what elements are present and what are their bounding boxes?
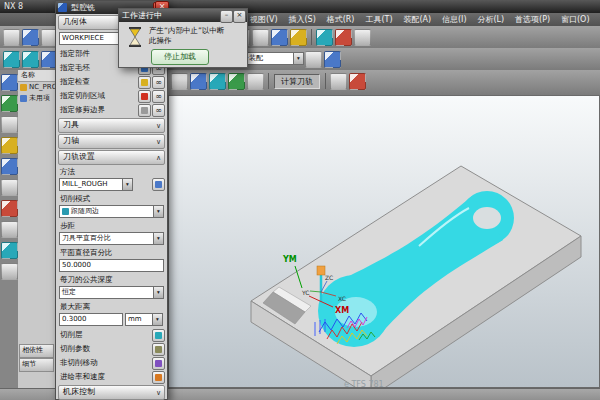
details-pane-header[interactable]: 细节 bbox=[19, 358, 54, 372]
toolbar-icon[interactable] bbox=[190, 73, 207, 90]
max-distance-row: 0.3000mm▾ bbox=[56, 312, 167, 328]
dropdown-arrow-icon[interactable]: ▾ bbox=[153, 233, 163, 244]
resource-bar-icon[interactable] bbox=[1, 263, 18, 280]
common-depth-select[interactable]: 恒定▾ bbox=[59, 286, 164, 299]
toolbar-icon[interactable] bbox=[271, 29, 288, 46]
stop-loading-button[interactable]: 停止加载 bbox=[151, 49, 209, 65]
menu-item-format[interactable]: 格式(R) bbox=[323, 13, 359, 26]
yc-axis-label: YC bbox=[301, 289, 310, 296]
navigator-column-header: 名称 bbox=[18, 70, 55, 82]
navigator-row[interactable]: 未用项 bbox=[18, 93, 55, 104]
display-check-button[interactable]: ∞ bbox=[152, 76, 165, 89]
section-machine-control[interactable]: 机床控制∨ bbox=[58, 385, 165, 400]
cut-levels-row: 切削层 bbox=[56, 328, 167, 342]
toolbar-icon[interactable] bbox=[330, 73, 347, 90]
resource-bar-icon[interactable] bbox=[1, 116, 18, 133]
toolbar-icon[interactable] bbox=[209, 73, 226, 90]
resource-bar-icon[interactable] bbox=[1, 95, 18, 112]
cutting-parameters-button[interactable] bbox=[152, 343, 165, 356]
resource-bar bbox=[0, 70, 19, 388]
toolbar-icon[interactable] bbox=[252, 29, 269, 46]
toolbar-icon[interactable] bbox=[171, 73, 188, 90]
cut-pattern-select[interactable]: 跟随周边▾ bbox=[59, 205, 164, 218]
toolbar-icon[interactable] bbox=[22, 29, 39, 46]
toolbar-icon[interactable] bbox=[316, 29, 333, 46]
dropdown-arrow-icon[interactable]: ▾ bbox=[122, 179, 132, 190]
resource-bar-icon[interactable] bbox=[1, 221, 18, 238]
resource-bar-icon[interactable] bbox=[1, 137, 18, 154]
resource-bar-icon[interactable] bbox=[1, 179, 18, 196]
feeds-speeds-button[interactable] bbox=[152, 371, 165, 384]
progress-message-line1: 产生“内部中止”以中断 bbox=[149, 26, 224, 36]
non-cutting-moves-button[interactable] bbox=[152, 357, 165, 370]
chevron-down-icon[interactable]: ∨ bbox=[156, 387, 161, 399]
dropdown-arrow-icon[interactable]: ▾ bbox=[153, 206, 163, 217]
toolbar-icon[interactable] bbox=[305, 51, 322, 68]
menu-item-assemblies[interactable]: 装配(A) bbox=[399, 13, 435, 26]
dropdown-arrow-icon[interactable]: ▾ bbox=[153, 287, 163, 298]
specify-trim-row: 指定修剪边界∞ bbox=[56, 103, 167, 117]
section-tool[interactable]: 刀具∨ bbox=[58, 118, 165, 133]
menu-item-view[interactable]: 视图(V) bbox=[246, 13, 282, 26]
display-cut-area-button[interactable]: ∞ bbox=[152, 90, 165, 103]
menu-item-window[interactable]: 窗口(O) bbox=[557, 13, 594, 26]
menu-item-insert[interactable]: 插入(S) bbox=[284, 13, 319, 26]
non-cutting-moves-row: 非切削移动 bbox=[56, 356, 167, 370]
percent-flat-input[interactable]: 50.0000 bbox=[59, 259, 164, 272]
progress-body: 产生“内部中止”以中断 此操作 停止加载 bbox=[119, 22, 247, 67]
resource-bar-icon[interactable] bbox=[1, 242, 18, 259]
toolbar-icon[interactable] bbox=[335, 29, 352, 46]
moves-icon bbox=[155, 360, 162, 367]
progress-title-bar[interactable]: 工作进行中 – × bbox=[119, 9, 247, 22]
program-node-icon bbox=[20, 84, 27, 91]
menu-item-tools[interactable]: 工具(T) bbox=[361, 13, 396, 26]
select-check-button[interactable] bbox=[138, 76, 151, 89]
operation-navigator: 名称 NC_PROGRAM 未用项 相依性 细节 bbox=[18, 70, 56, 388]
select-cut-area-button[interactable] bbox=[138, 90, 151, 103]
menu-item-analysis[interactable]: 分析(L) bbox=[473, 13, 508, 26]
specify-check-row: 指定检查∞ bbox=[56, 75, 167, 89]
select-trim-button[interactable] bbox=[138, 104, 151, 117]
watermark-text: e TFS 781 bbox=[344, 380, 384, 387]
chevron-down-icon[interactable]: ∨ bbox=[156, 136, 161, 148]
dependencies-pane-header[interactable]: 相依性 bbox=[19, 344, 54, 358]
common-depth-row: 恒定▾ bbox=[56, 285, 167, 301]
toolbar-icon[interactable] bbox=[228, 73, 245, 90]
max-distance-input[interactable]: 0.3000 bbox=[59, 313, 123, 326]
stepover-row: 刀具平直百分比▾ bbox=[56, 231, 167, 247]
cut-levels-button[interactable] bbox=[152, 329, 165, 342]
menu-item-information[interactable]: 信息(I) bbox=[438, 13, 471, 26]
toolbar-icon[interactable] bbox=[22, 51, 39, 68]
max-distance-unit-select[interactable]: mm▾ bbox=[125, 313, 163, 326]
chevron-up-icon[interactable]: ∧ bbox=[156, 152, 161, 164]
chevron-down-icon[interactable]: ∨ bbox=[156, 120, 161, 132]
follow-periphery-icon bbox=[62, 208, 69, 215]
stepover-label: 步距 bbox=[56, 220, 167, 231]
method-select[interactable]: MILL_ROUGH▾ bbox=[59, 178, 133, 191]
stepover-select[interactable]: 刀具平直百分比▾ bbox=[59, 232, 164, 245]
dropdown-arrow-icon[interactable]: ▾ bbox=[293, 53, 303, 64]
section-path-settings[interactable]: 刀轨设置∧ bbox=[58, 150, 165, 165]
new-method-button[interactable] bbox=[152, 178, 165, 191]
toolbar-icon[interactable] bbox=[290, 29, 307, 46]
resource-bar-icon[interactable] bbox=[1, 74, 18, 91]
navigator-row[interactable]: NC_PROGRAM bbox=[18, 82, 55, 93]
menu-item-gc-toolkits[interactable]: GC Toolkits bbox=[596, 13, 600, 26]
toolbar-icon[interactable] bbox=[3, 29, 20, 46]
toolbar-icon[interactable] bbox=[324, 51, 341, 68]
viewport-toolbar: 计算刀轨 bbox=[168, 70, 600, 96]
toolbar-icon[interactable] bbox=[349, 73, 366, 90]
dropdown-arrow-icon[interactable]: ▾ bbox=[152, 314, 162, 325]
speed-icon bbox=[155, 374, 162, 381]
menu-item-preferences[interactable]: 首选项(P) bbox=[511, 13, 554, 26]
toolbar-icon[interactable] bbox=[247, 73, 264, 90]
section-tool-axis[interactable]: 刀轴∨ bbox=[58, 134, 165, 149]
graphics-viewport[interactable]: YM XM ZC YC XC e TFS 781 bbox=[168, 95, 600, 388]
toolbar-icon[interactable] bbox=[354, 29, 371, 46]
toolbar-icon[interactable] bbox=[3, 51, 20, 68]
method-row: MILL_ROUGH▾ bbox=[56, 177, 167, 193]
display-trim-button[interactable]: ∞ bbox=[152, 104, 165, 117]
resource-bar-icon[interactable] bbox=[1, 158, 18, 175]
resource-bar-icon[interactable] bbox=[1, 200, 18, 217]
cut-pattern-row: 跟随周边▾ bbox=[56, 204, 167, 220]
